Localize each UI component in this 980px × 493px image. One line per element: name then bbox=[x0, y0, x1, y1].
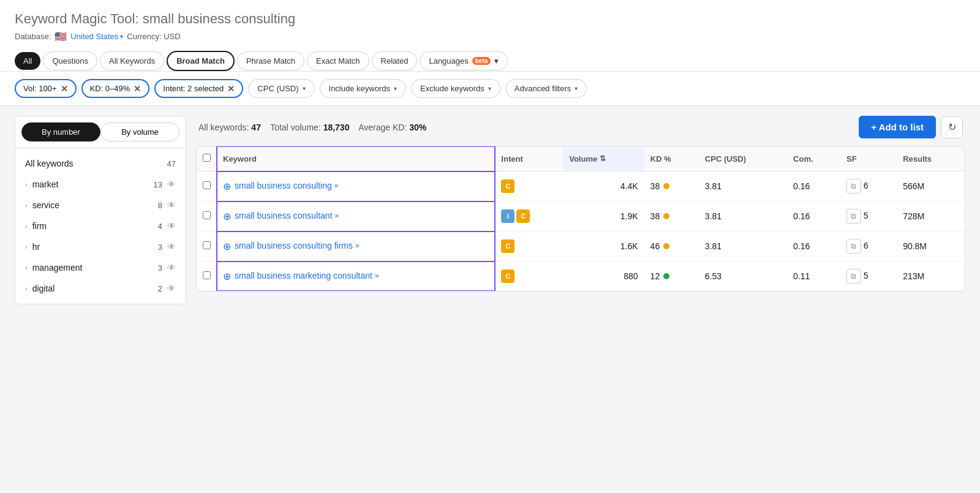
cpc-filter-dropdown[interactable]: CPC (USD) ▾ bbox=[248, 79, 314, 98]
sidebar-market-label: market bbox=[32, 179, 59, 189]
intent-filter-chip[interactable]: Intent: 2 selected ✕ bbox=[154, 79, 243, 98]
th-checkbox bbox=[197, 146, 217, 171]
avg-kd: 30% bbox=[409, 122, 426, 132]
vol-filter-close[interactable]: ✕ bbox=[61, 85, 68, 93]
intent-badge-c: C bbox=[501, 179, 514, 193]
volume-cell: 4.4K bbox=[563, 171, 644, 201]
keyword-cell: ⊕small business consulting » bbox=[217, 171, 495, 201]
sidebar-item-hr[interactable]: › hr 3 👁 bbox=[15, 236, 186, 257]
tab-questions[interactable]: Questions bbox=[43, 51, 97, 70]
exclude-keywords-dropdown[interactable]: Exclude keywords ▾ bbox=[411, 79, 500, 98]
row-checkbox-0[interactable] bbox=[203, 181, 211, 189]
keyword-link[interactable]: ⊕small business marketing consultant » bbox=[223, 270, 489, 282]
filters-section: Vol: 100+ ✕ KD: 0–49% ✕ Intent: 2 select… bbox=[0, 72, 980, 106]
right-panel: All keywords: 47 Total volume: 18,730 Av… bbox=[196, 116, 965, 304]
page-title: Keyword Magic Tool: small business consu… bbox=[15, 11, 965, 27]
keyword-chevrons-icon: » bbox=[334, 181, 339, 191]
sidebar-service-chevron-icon: › bbox=[25, 201, 28, 209]
sidebar-item-management[interactable]: › management 3 👁 bbox=[15, 257, 186, 278]
tab-all-keywords[interactable]: All Keywords bbox=[100, 51, 164, 70]
sidebar-digital-chevron-icon: › bbox=[25, 285, 28, 292]
keyword-add-icon: ⊕ bbox=[223, 241, 231, 252]
vol-filter-chip[interactable]: Vol: 100+ ✕ bbox=[15, 79, 77, 98]
tab-related[interactable]: Related bbox=[372, 51, 418, 70]
keyword-text: small business marketing consultant » bbox=[235, 270, 379, 282]
country-selector[interactable]: United States ▾ bbox=[70, 32, 123, 41]
kd-dot-icon bbox=[663, 273, 669, 279]
by-number-toggle[interactable]: By number bbox=[21, 122, 100, 141]
sidebar-digital-eye-icon[interactable]: 👁 bbox=[167, 284, 176, 293]
kd-filter-chip[interactable]: KD: 0–49% ✕ bbox=[81, 79, 150, 98]
com-cell: 0.16 bbox=[787, 201, 840, 231]
sidebar-hr-eye-icon[interactable]: 👁 bbox=[167, 242, 176, 252]
sf-icon[interactable]: ⧉ bbox=[846, 269, 861, 284]
sidebar-service-label: service bbox=[32, 200, 59, 210]
sidebar-item-market[interactable]: › market 13 👁 bbox=[15, 174, 186, 195]
row-checkbox-2[interactable] bbox=[203, 241, 211, 249]
kd-cell: 12 bbox=[644, 262, 699, 292]
row-checkbox-1[interactable] bbox=[203, 211, 211, 219]
intent-badge-c: C bbox=[516, 209, 530, 223]
sidebar-service-count: 8 bbox=[158, 201, 162, 210]
th-com: Com. bbox=[787, 146, 840, 171]
sidebar-hr-label: hr bbox=[32, 242, 40, 252]
exclude-keywords-chevron-icon: ▾ bbox=[488, 85, 491, 92]
sidebar-hr-count: 3 bbox=[158, 243, 162, 252]
intent-filter-close[interactable]: ✕ bbox=[227, 85, 235, 93]
keyword-chevrons-icon: » bbox=[335, 211, 339, 221]
table-row: ⊕small business marketing consultant »C8… bbox=[197, 262, 965, 292]
table-header-row: Keyword Intent Volume ⇅ bbox=[197, 146, 965, 171]
sidebar-item-firm[interactable]: › firm 4 👁 bbox=[15, 216, 186, 236]
add-to-list-button[interactable]: + Add to list bbox=[859, 116, 936, 138]
sidebar-service-eye-icon[interactable]: 👁 bbox=[167, 200, 176, 210]
tab-broad-match[interactable]: Broad Match bbox=[167, 51, 235, 71]
select-all-checkbox[interactable] bbox=[203, 154, 211, 162]
cpc-cell: 3.81 bbox=[699, 231, 787, 262]
keywords-count: 47 bbox=[251, 122, 261, 132]
flag-icon: 🇺🇸 bbox=[55, 31, 67, 42]
keyword-link[interactable]: ⊕small business consultant » bbox=[223, 210, 489, 222]
sidebar-management-eye-icon[interactable]: 👁 bbox=[167, 263, 176, 273]
row-checkbox-3[interactable] bbox=[203, 271, 211, 279]
kd-dot-icon bbox=[663, 183, 669, 189]
tab-phrase-match[interactable]: Phrase Match bbox=[237, 51, 304, 70]
sidebar-item-service[interactable]: › service 8 👁 bbox=[15, 195, 186, 216]
sidebar-item-digital[interactable]: › digital 2 👁 bbox=[15, 278, 186, 299]
summary-actions: + Add to list ↻ bbox=[859, 116, 963, 138]
sidebar-firm-eye-icon[interactable]: 👁 bbox=[167, 221, 176, 231]
include-keywords-dropdown[interactable]: Include keywords ▾ bbox=[320, 79, 406, 98]
sidebar-management-chevron-icon: › bbox=[25, 264, 28, 271]
refresh-button[interactable]: ↻ bbox=[941, 116, 963, 138]
keyword-link[interactable]: ⊕small business consulting » bbox=[223, 180, 489, 192]
kd-dot-icon bbox=[663, 213, 669, 219]
tabs-row: All Questions All Keywords Broad Match P… bbox=[15, 51, 965, 71]
tab-exact-match[interactable]: Exact Match bbox=[307, 51, 369, 70]
languages-button[interactable]: Languages beta ▾ bbox=[420, 51, 508, 70]
sidebar-market-eye-icon[interactable]: 👁 bbox=[167, 179, 176, 189]
keyword-chevrons-icon: » bbox=[375, 271, 379, 281]
country-chevron-icon: ▾ bbox=[120, 33, 123, 40]
kd-filter-close[interactable]: ✕ bbox=[134, 85, 141, 93]
summary-text: All keywords: 47 Total volume: 18,730 Av… bbox=[198, 122, 426, 132]
cpc-chevron-icon: ▾ bbox=[303, 85, 306, 92]
intent-badge-i: I bbox=[501, 209, 514, 223]
sidebar-item-all-keywords[interactable]: All keywords 47 bbox=[15, 153, 186, 174]
sf-icon[interactable]: ⧉ bbox=[846, 179, 861, 194]
results-cell: 213M bbox=[897, 262, 965, 292]
sidebar-market-chevron-icon: › bbox=[25, 181, 28, 188]
kd-cell: 38 bbox=[644, 171, 699, 201]
by-volume-toggle[interactable]: By volume bbox=[100, 122, 179, 141]
th-results: Results bbox=[897, 146, 965, 171]
keyword-link[interactable]: ⊕small business consulting firms » bbox=[223, 240, 489, 252]
advanced-filters-dropdown[interactable]: Advanced filters ▾ bbox=[505, 79, 587, 98]
tab-all[interactable]: All bbox=[15, 52, 40, 70]
sf-cell: ⧉ 5 bbox=[840, 201, 897, 231]
sf-icon[interactable]: ⧉ bbox=[846, 239, 861, 254]
th-volume[interactable]: Volume ⇅ bbox=[563, 146, 644, 171]
keyword-add-icon: ⊕ bbox=[223, 271, 231, 282]
sf-cell: ⧉ 6 bbox=[840, 231, 897, 262]
results-cell: 90.8M bbox=[897, 231, 965, 262]
volume-cell: 1.6K bbox=[563, 231, 644, 262]
sf-icon[interactable]: ⧉ bbox=[846, 209, 861, 224]
com-cell: 0.16 bbox=[787, 231, 840, 262]
